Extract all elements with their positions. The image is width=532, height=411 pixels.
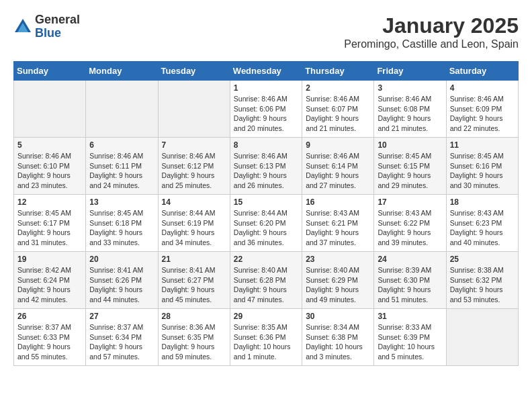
weekday-header-thursday: Thursday xyxy=(302,62,374,81)
cell-content: Sunrise: 8:34 AMSunset: 6:38 PMDaylight:… xyxy=(306,322,370,362)
calendar-cell: 20Sunrise: 8:41 AMSunset: 6:26 PMDayligh… xyxy=(86,252,158,309)
cell-content: Sunrise: 8:45 AMSunset: 6:17 PMDaylight:… xyxy=(17,208,82,248)
cell-content: Sunrise: 8:46 AMSunset: 6:06 PMDaylight:… xyxy=(234,94,298,134)
day-number: 12 xyxy=(17,197,82,207)
calendar-cell: 14Sunrise: 8:44 AMSunset: 6:19 PMDayligh… xyxy=(158,195,230,252)
calendar-cell xyxy=(14,81,86,138)
day-number: 8 xyxy=(234,140,298,150)
cell-content: Sunrise: 8:46 AMSunset: 6:07 PMDaylight:… xyxy=(306,94,370,134)
weekday-header-wednesday: Wednesday xyxy=(230,62,302,81)
day-number: 21 xyxy=(162,255,226,264)
day-number: 29 xyxy=(234,312,298,321)
cell-content: Sunrise: 8:45 AMSunset: 6:18 PMDaylight:… xyxy=(89,208,154,248)
calendar-cell: 23Sunrise: 8:40 AMSunset: 6:29 PMDayligh… xyxy=(302,252,374,309)
calendar-week-row: 5Sunrise: 8:46 AMSunset: 6:10 PMDaylight… xyxy=(14,138,519,195)
calendar-cell: 27Sunrise: 8:37 AMSunset: 6:34 PMDayligh… xyxy=(86,309,158,366)
day-number: 31 xyxy=(378,312,442,321)
calendar-cell: 9Sunrise: 8:46 AMSunset: 6:14 PMDaylight… xyxy=(302,138,374,195)
day-number: 1 xyxy=(234,83,298,93)
calendar-cell: 3Sunrise: 8:46 AMSunset: 6:08 PMDaylight… xyxy=(374,81,446,138)
cell-content: Sunrise: 8:46 AMSunset: 6:09 PMDaylight:… xyxy=(450,94,515,134)
day-number: 19 xyxy=(17,255,82,264)
day-number: 30 xyxy=(306,312,370,321)
day-number: 2 xyxy=(306,83,370,93)
day-number: 6 xyxy=(89,140,154,150)
logo-text: General Blue xyxy=(35,13,80,40)
day-number: 11 xyxy=(450,140,515,150)
day-number: 13 xyxy=(89,197,154,207)
cell-content: Sunrise: 8:46 AMSunset: 6:08 PMDaylight:… xyxy=(378,94,442,134)
calendar-week-row: 19Sunrise: 8:42 AMSunset: 6:24 PMDayligh… xyxy=(14,252,519,309)
calendar-cell: 24Sunrise: 8:39 AMSunset: 6:30 PMDayligh… xyxy=(374,252,446,309)
calendar-cell: 22Sunrise: 8:40 AMSunset: 6:28 PMDayligh… xyxy=(230,252,302,309)
day-number: 7 xyxy=(162,140,226,150)
cell-content: Sunrise: 8:43 AMSunset: 6:21 PMDaylight:… xyxy=(306,208,370,248)
cell-content: Sunrise: 8:36 AMSunset: 6:35 PMDaylight:… xyxy=(162,322,226,362)
calendar-cell: 13Sunrise: 8:45 AMSunset: 6:18 PMDayligh… xyxy=(86,195,158,252)
cell-content: Sunrise: 8:41 AMSunset: 6:26 PMDaylight:… xyxy=(89,265,154,305)
weekday-header-saturday: Saturday xyxy=(446,62,518,81)
day-number: 10 xyxy=(378,140,442,150)
weekday-header-row: SundayMondayTuesdayWednesdayThursdayFrid… xyxy=(14,62,519,81)
calendar-week-row: 1Sunrise: 8:46 AMSunset: 6:06 PMDaylight… xyxy=(14,81,519,138)
day-number: 22 xyxy=(234,255,298,264)
day-number: 27 xyxy=(89,312,154,321)
calendar-cell: 25Sunrise: 8:38 AMSunset: 6:32 PMDayligh… xyxy=(446,252,518,309)
calendar-cell xyxy=(158,81,230,138)
day-number: 28 xyxy=(162,312,226,321)
calendar-cell: 5Sunrise: 8:46 AMSunset: 6:10 PMDaylight… xyxy=(14,138,86,195)
calendar-week-row: 26Sunrise: 8:37 AMSunset: 6:33 PMDayligh… xyxy=(14,309,519,366)
calendar-cell: 7Sunrise: 8:46 AMSunset: 6:12 PMDaylight… xyxy=(158,138,230,195)
month-title: January 2025 xyxy=(344,13,519,38)
calendar-cell: 6Sunrise: 8:46 AMSunset: 6:11 PMDaylight… xyxy=(86,138,158,195)
cell-content: Sunrise: 8:46 AMSunset: 6:11 PMDaylight:… xyxy=(89,151,154,191)
weekday-header-monday: Monday xyxy=(86,62,158,81)
cell-content: Sunrise: 8:44 AMSunset: 6:20 PMDaylight:… xyxy=(234,208,298,248)
calendar-cell: 12Sunrise: 8:45 AMSunset: 6:17 PMDayligh… xyxy=(14,195,86,252)
day-number: 20 xyxy=(89,255,154,264)
cell-content: Sunrise: 8:33 AMSunset: 6:39 PMDaylight:… xyxy=(378,322,442,362)
calendar-cell: 11Sunrise: 8:45 AMSunset: 6:16 PMDayligh… xyxy=(446,138,518,195)
calendar-cell: 8Sunrise: 8:46 AMSunset: 6:13 PMDaylight… xyxy=(230,138,302,195)
calendar-cell xyxy=(446,309,518,366)
cell-content: Sunrise: 8:46 AMSunset: 6:14 PMDaylight:… xyxy=(306,151,370,191)
day-number: 5 xyxy=(17,140,82,150)
cell-content: Sunrise: 8:46 AMSunset: 6:10 PMDaylight:… xyxy=(17,151,82,191)
calendar-cell: 2Sunrise: 8:46 AMSunset: 6:07 PMDaylight… xyxy=(302,81,374,138)
calendar-body: 1Sunrise: 8:46 AMSunset: 6:06 PMDaylight… xyxy=(14,81,519,366)
day-number: 16 xyxy=(306,197,370,207)
title-block: January 2025 Peromingo, Castille and Leo… xyxy=(344,13,519,50)
logo-general: General xyxy=(35,13,80,27)
calendar-cell: 28Sunrise: 8:36 AMSunset: 6:35 PMDayligh… xyxy=(158,309,230,366)
day-number: 17 xyxy=(378,197,442,207)
cell-content: Sunrise: 8:42 AMSunset: 6:24 PMDaylight:… xyxy=(17,265,82,305)
cell-content: Sunrise: 8:41 AMSunset: 6:27 PMDaylight:… xyxy=(162,265,226,305)
cell-content: Sunrise: 8:45 AMSunset: 6:16 PMDaylight:… xyxy=(450,151,515,191)
calendar-cell: 19Sunrise: 8:42 AMSunset: 6:24 PMDayligh… xyxy=(14,252,86,309)
calendar-header: SundayMondayTuesdayWednesdayThursdayFrid… xyxy=(14,62,519,81)
calendar-cell: 26Sunrise: 8:37 AMSunset: 6:33 PMDayligh… xyxy=(14,309,86,366)
day-number: 25 xyxy=(450,255,515,264)
day-number: 23 xyxy=(306,255,370,264)
day-number: 3 xyxy=(378,83,442,93)
calendar-cell: 16Sunrise: 8:43 AMSunset: 6:21 PMDayligh… xyxy=(302,195,374,252)
day-number: 18 xyxy=(450,197,515,207)
day-number: 15 xyxy=(234,197,298,207)
calendar-cell: 10Sunrise: 8:45 AMSunset: 6:15 PMDayligh… xyxy=(374,138,446,195)
calendar-cell: 17Sunrise: 8:43 AMSunset: 6:22 PMDayligh… xyxy=(374,195,446,252)
cell-content: Sunrise: 8:38 AMSunset: 6:32 PMDaylight:… xyxy=(450,265,515,305)
day-number: 14 xyxy=(162,197,226,207)
cell-content: Sunrise: 8:44 AMSunset: 6:19 PMDaylight:… xyxy=(162,208,226,248)
day-number: 24 xyxy=(378,255,442,264)
day-number: 4 xyxy=(450,83,515,93)
cell-content: Sunrise: 8:46 AMSunset: 6:12 PMDaylight:… xyxy=(162,151,226,191)
cell-content: Sunrise: 8:43 AMSunset: 6:23 PMDaylight:… xyxy=(450,208,515,248)
logo-icon xyxy=(13,17,32,36)
cell-content: Sunrise: 8:43 AMSunset: 6:22 PMDaylight:… xyxy=(378,208,442,248)
logo-blue: Blue xyxy=(35,27,80,40)
cell-content: Sunrise: 8:40 AMSunset: 6:28 PMDaylight:… xyxy=(234,265,298,305)
calendar-cell: 18Sunrise: 8:43 AMSunset: 6:23 PMDayligh… xyxy=(446,195,518,252)
day-number: 9 xyxy=(306,140,370,150)
weekday-header-friday: Friday xyxy=(374,62,446,81)
day-number: 26 xyxy=(17,312,82,321)
